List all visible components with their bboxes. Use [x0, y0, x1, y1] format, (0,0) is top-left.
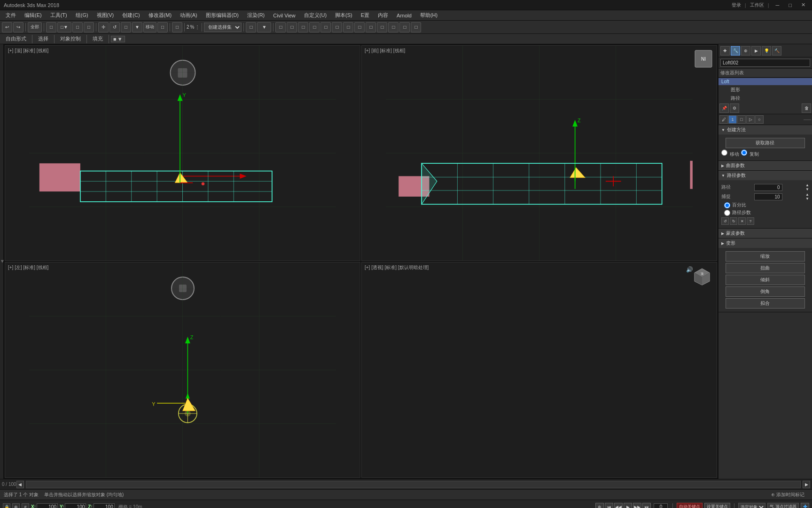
menu-e[interactable]: E置 — [357, 11, 373, 20]
selection-set-dropdown[interactable]: 创建选择集 — [204, 23, 242, 32]
frame-number-input[interactable] — [654, 503, 668, 508]
menu-arnold[interactable]: Arnold — [393, 12, 415, 19]
tools-row1-btn11[interactable]: □ — [388, 22, 398, 32]
panel-display-btn[interactable]: 💡 — [762, 46, 771, 56]
move-btn[interactable]: ✛ — [98, 22, 109, 32]
deform-scale-btn[interactable]: 缩放 — [726, 251, 804, 262]
timeline[interactable]: 0 / 100 ◀ ▶ — [0, 479, 812, 489]
snap-spinner[interactable]: ▲▼ — [805, 192, 809, 201]
grid-snap-btn[interactable]: # — [22, 503, 29, 508]
menu-script[interactable]: 脚本(S) — [331, 11, 356, 20]
select-label[interactable]: 选择 — [34, 35, 52, 42]
tools-row1-btn2[interactable]: □ — [287, 22, 297, 32]
object-name-input[interactable] — [720, 59, 810, 67]
rotate-btn[interactable]: ↺ — [109, 22, 120, 32]
tools-row1-btn8[interactable]: □ — [354, 22, 365, 32]
modifier-path[interactable]: 路径 — [718, 94, 812, 103]
section-skin-header[interactable]: ▶ 蒙皮参数 — [718, 229, 812, 238]
move-radio-label[interactable]: 移动 — [721, 150, 739, 158]
viewport-top[interactable]: [+] [顶] [标准] [线框] — [5, 45, 360, 261]
modifier-icon5[interactable]: ○ — [755, 115, 764, 124]
set-key-btn[interactable]: 设置关键点 — [704, 503, 730, 508]
path-spinner-up[interactable]: ▲▼ — [805, 183, 809, 191]
path-icon1[interactable]: ↺ — [721, 217, 729, 225]
menu-help[interactable]: 帮助(H) — [416, 11, 441, 20]
select-object-btn[interactable]: □ — [46, 22, 56, 32]
close-btn[interactable]: ✕ — [798, 2, 808, 8]
deform-taper-btn[interactable]: 倾斜 — [726, 275, 804, 285]
path-icon3[interactable]: ✕ — [738, 217, 746, 225]
menu-animation[interactable]: 动画(A) — [176, 11, 201, 20]
frame-slider-btn-left[interactable]: ◀ — [16, 481, 24, 488]
section-path-header[interactable]: ▼ 路径参数 — [718, 171, 812, 180]
add-keyframe-btn[interactable]: ✚ — [801, 503, 809, 508]
viewport-front[interactable]: [+] [前] [标准] [线框] NI — [361, 45, 717, 261]
play-prev-btn[interactable]: ◀◀ — [614, 503, 623, 508]
play-btn[interactable]: ▶ — [624, 503, 632, 508]
workspace-btn[interactable]: 工作区 — [750, 2, 764, 8]
copy-radio-label[interactable]: 复制 — [741, 150, 759, 158]
snap-toggle-btn[interactable]: ⊕ — [12, 503, 20, 508]
modifier-shape[interactable]: 图形 — [718, 86, 812, 94]
object-control-label[interactable]: 对象控制 — [56, 35, 85, 42]
deform-twist-btn[interactable]: 扭曲 — [726, 263, 804, 273]
pivot-btn[interactable]: □ — [172, 22, 182, 32]
timeline-track[interactable] — [26, 481, 801, 488]
tools-row1-btn6[interactable]: □ — [332, 22, 342, 32]
auto-key-btn[interactable]: 自动关键点 — [677, 503, 703, 508]
tools-row1-btn1[interactable]: □ — [275, 22, 286, 32]
coord-x-input[interactable] — [37, 503, 58, 508]
pct-radio[interactable] — [724, 202, 730, 208]
select-filter-btn[interactable]: □ — [72, 22, 83, 32]
panel-modify-btn[interactable]: 🔧 — [731, 46, 740, 56]
menu-render[interactable]: 渲染(R) — [243, 11, 268, 20]
tools-row1-btn13[interactable]: □ — [411, 22, 421, 32]
scale-btn[interactable]: □ — [121, 22, 131, 32]
path-icon2[interactable]: ↻ — [730, 217, 737, 225]
modifier-config-btn[interactable]: ⚙ — [730, 103, 739, 113]
menu-view[interactable]: 视图(V) — [93, 11, 118, 20]
modifier-icon1[interactable]: 🖊 — [719, 115, 728, 124]
modifier-icon4[interactable]: ▷ — [746, 115, 755, 124]
redo-btn[interactable]: ↪ — [13, 22, 23, 32]
copy-radio[interactable] — [741, 150, 747, 156]
play-next-btn[interactable]: ▶▶ — [633, 503, 641, 508]
path-input[interactable] — [754, 184, 782, 191]
menu-modify[interactable]: 修改器(M) — [145, 11, 176, 20]
path-icon4[interactable]: ? — [747, 217, 754, 225]
tools-row1-btn3[interactable]: □ — [298, 22, 308, 32]
select-all-btn[interactable]: 全部 — [28, 22, 42, 32]
menu-customize[interactable]: 自定义(U) — [300, 11, 330, 20]
panel-motion-btn[interactable]: ▶ — [751, 46, 761, 56]
panel-utilities-btn[interactable]: 🔨 — [772, 46, 781, 56]
display-dropdown[interactable]: ■▼ — [111, 36, 125, 42]
select-region-btn[interactable]: □▼ — [57, 22, 71, 32]
minimize-btn[interactable]: ─ — [773, 2, 782, 8]
menu-graph-editor[interactable]: 图形编辑器(D) — [202, 11, 242, 20]
fill-label[interactable]: 填充 — [89, 35, 107, 42]
tools-row1-btn7[interactable]: □ — [343, 22, 353, 32]
snap-input[interactable] — [754, 193, 782, 200]
frame-slider-btn-right[interactable]: ▶ — [803, 481, 810, 488]
select-dropdown[interactable]: 选定对象 — [738, 503, 765, 508]
key-mode-btn[interactable]: ⊕ — [595, 503, 604, 508]
select-by-name-btn[interactable]: □ — [84, 22, 94, 32]
menu-create[interactable]: 创建(C) — [118, 11, 143, 20]
coord-z-input[interactable] — [94, 503, 115, 508]
layer-btn[interactable]: □ — [246, 22, 256, 32]
filter-btn[interactable]: 气 顶点过滤器 — [767, 503, 799, 508]
modifier-icon2[interactable]: 1 — [728, 115, 737, 124]
tools-row1-btn12[interactable]: □ — [399, 22, 410, 32]
play-start-btn[interactable]: ⏮ — [605, 503, 613, 508]
scale-dropdown-btn[interactable]: ▼ — [132, 22, 142, 32]
section-surface-header[interactable]: ▶ 曲面参数 — [718, 161, 812, 170]
play-end-btn[interactable]: ⏭ — [642, 503, 651, 508]
modifier-delete-btn[interactable]: 🗑 — [802, 103, 811, 113]
viewport-left[interactable]: [+] [左] [标准] [线框] — [5, 262, 360, 478]
section-deform-header[interactable]: ▶ 变形 — [718, 238, 812, 248]
get-path-btn[interactable]: 获取路径 — [726, 138, 804, 148]
undo-btn[interactable]: ↩ — [2, 22, 12, 32]
deform-bevel-btn[interactable]: 倒角 — [726, 286, 804, 297]
menu-edit[interactable]: 编辑(E) — [21, 11, 46, 20]
tools-row1-btn4[interactable]: □ — [309, 22, 320, 32]
